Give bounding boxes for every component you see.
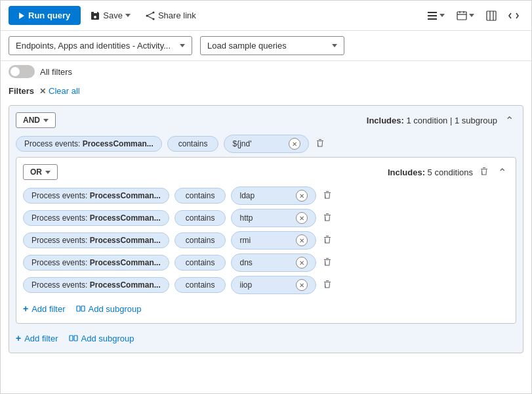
and-operator-tag[interactable]: contains (167, 136, 219, 152)
or-field-tag-0[interactable]: Process events: ProcessComman... (23, 188, 169, 204)
svg-rect-12 (487, 11, 496, 20)
or-field-tag-4[interactable]: Process events: ProcessComman... (23, 277, 169, 293)
calendar-button[interactable] (452, 7, 479, 24)
share-link-button[interactable]: Share link (140, 7, 201, 25)
or-operator-tag-2[interactable]: contains (174, 232, 226, 248)
list-view-button[interactable] (422, 7, 449, 24)
svg-line-3 (147, 12, 153, 16)
or-delete-row-2-button[interactable] (321, 234, 333, 248)
toggle-thumb (10, 67, 20, 76)
sample-chevron-icon (332, 44, 337, 47)
clear-all-button[interactable]: ✕ Clear all (39, 86, 80, 96)
or-subgroup-icon (76, 304, 85, 313)
or-group-header: OR Includes: 5 conditions ⌃ (23, 164, 509, 180)
dropdowns-row: Endpoints, Apps and identities - Activit… (1, 31, 531, 61)
or-value-input-3[interactable]: dns✕ (231, 253, 316, 272)
and-group-info: Includes: 1 condition | 1 subgroup ⌃ (367, 113, 516, 128)
trash-icon (316, 139, 325, 148)
or-clear-value-icon-1[interactable]: ✕ (296, 212, 308, 224)
trash-icon-3 (323, 257, 332, 267)
sample-queries-dropdown[interactable]: Load sample queries (200, 36, 344, 55)
columns-button[interactable] (481, 7, 501, 24)
save-button[interactable]: Save (85, 7, 136, 25)
and-delete-row-button[interactable] (314, 137, 326, 151)
calendar-icon (457, 11, 467, 21)
or-conditions-container: Process events: ProcessComman...contains… (23, 186, 509, 294)
svg-rect-16 (81, 306, 85, 311)
and-subgroup-icon (69, 334, 78, 343)
or-clear-value-icon-3[interactable]: ✕ (296, 257, 308, 269)
filters-bar: Filters ✕ Clear all (1, 82, 531, 100)
or-tag-button[interactable]: OR (23, 164, 58, 180)
trash-icon-0 (323, 190, 332, 200)
or-operator-tag-0[interactable]: contains (174, 188, 226, 204)
x-icon: ✕ (39, 87, 46, 96)
or-operator-tag-4[interactable]: contains (174, 277, 226, 293)
and-group: AND Includes: 1 condition | 1 subgroup ⌃… (9, 105, 523, 353)
trash-icon-4 (323, 280, 332, 289)
or-delete-row-3-button[interactable] (321, 256, 333, 270)
svg-line-4 (147, 16, 153, 19)
or-value-input-2[interactable]: rmi✕ (231, 231, 316, 250)
or-condition-row-3: Process events: ProcessComman...contains… (23, 253, 509, 272)
columns-icon (486, 11, 497, 21)
or-operator-tag-1[interactable]: contains (174, 210, 226, 226)
list-icon (427, 11, 438, 21)
or-collapse-button[interactable]: ⌃ (495, 165, 509, 180)
svg-rect-7 (428, 18, 437, 20)
svg-rect-15 (77, 306, 80, 311)
or-condition-row-0: Process events: ProcessComman...contains… (23, 186, 509, 205)
allfilters-row: All filters (1, 61, 531, 82)
or-field-tag-1[interactable]: Process events: ProcessComman... (23, 210, 169, 226)
or-plus-icon: + (23, 303, 28, 314)
and-tag-button[interactable]: AND (16, 112, 56, 128)
or-clear-value-icon-0[interactable]: ✕ (296, 190, 308, 202)
trash-icon-1 (323, 213, 332, 222)
endpoint-dropdown[interactable]: Endpoints, Apps and identities - Activit… (9, 36, 192, 55)
toolbar-icons (422, 7, 523, 24)
allfilters-toggle[interactable] (9, 65, 35, 78)
or-value-input-4[interactable]: iiop✕ (231, 276, 316, 294)
or-delete-row-4-button[interactable] (321, 278, 333, 292)
play-icon (19, 12, 24, 19)
or-operator-tag-3[interactable]: contains (174, 255, 226, 271)
or-group: OR Includes: 5 conditions ⌃ Process even… (16, 157, 516, 324)
code-button[interactable] (504, 7, 523, 24)
or-clear-value-icon-2[interactable]: ✕ (296, 234, 308, 246)
or-clear-value-icon-4[interactable]: ✕ (296, 279, 308, 291)
svg-rect-5 (428, 12, 437, 13)
and-collapse-button[interactable]: ⌃ (502, 113, 516, 128)
or-value-input-0[interactable]: ldap✕ (231, 186, 316, 205)
svg-rect-18 (74, 336, 77, 341)
and-condition-row: Process events: ProcessComman... contain… (16, 135, 516, 153)
toolbar: Run query Save Share link (1, 1, 531, 31)
allfilters-label: All filters (40, 67, 72, 77)
and-chevron-icon (43, 119, 49, 122)
or-condition-row-1: Process events: ProcessComman...contains… (23, 209, 509, 227)
svg-rect-6 (428, 15, 437, 16)
and-value-input[interactable]: ${jnd' ✕ (224, 135, 309, 153)
and-add-filter-button[interactable]: + Add filter (16, 330, 58, 346)
and-add-subgroup-button[interactable]: Add subgroup (69, 331, 134, 346)
svg-rect-17 (70, 336, 73, 341)
endpoint-chevron-icon (180, 44, 185, 47)
or-delete-row-0-button[interactable] (321, 189, 333, 203)
and-add-row: + Add filter Add subgroup (16, 330, 516, 346)
and-field-tag[interactable]: Process events: ProcessComman... (16, 136, 162, 152)
run-query-button[interactable]: Run query (9, 6, 81, 25)
save-icon (90, 11, 100, 21)
save-chevron-icon (125, 14, 131, 17)
or-add-filter-button[interactable]: + Add filter (23, 301, 66, 317)
or-delete-button[interactable] (478, 165, 490, 179)
and-clear-value-icon[interactable]: ✕ (289, 138, 300, 150)
or-field-tag-2[interactable]: Process events: ProcessComman... (23, 232, 169, 248)
code-icon (508, 11, 519, 21)
or-value-input-1[interactable]: http✕ (231, 209, 316, 227)
filters-label: Filters (9, 86, 34, 96)
or-add-subgroup-button[interactable]: Add subgroup (76, 301, 142, 317)
and-plus-icon: + (16, 333, 21, 343)
or-add-row: + Add filter Add subgroup (23, 301, 509, 317)
and-group-header: AND Includes: 1 condition | 1 subgroup ⌃ (16, 112, 516, 128)
or-field-tag-3[interactable]: Process events: ProcessComman... (23, 255, 169, 271)
or-delete-row-1-button[interactable] (321, 211, 333, 225)
